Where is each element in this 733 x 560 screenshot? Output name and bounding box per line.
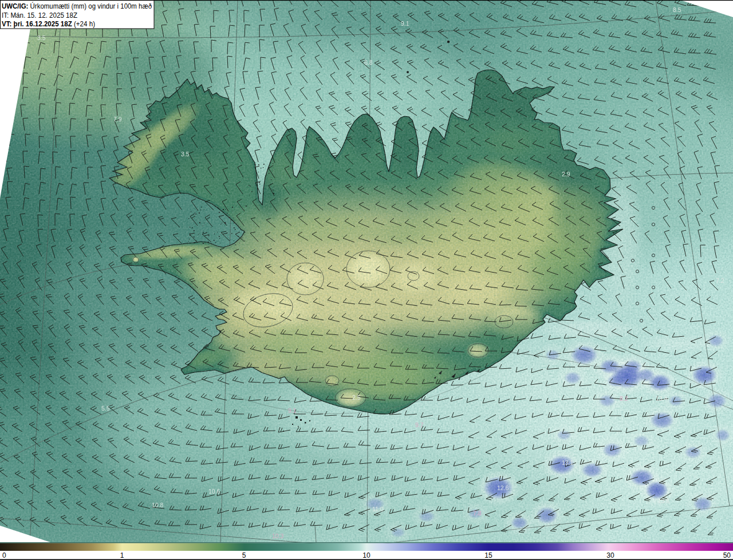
svg-text:UWC/IG: Úrkomumætti (mm) og vi: UWC/IG: Úrkomumætti (mm) og vindur i 100… [2, 2, 152, 10]
svg-text:10.6: 10.6 [208, 488, 220, 495]
svg-text:9.1: 9.1 [288, 407, 297, 414]
svg-text:10: 10 [362, 551, 371, 559]
svg-text:VT: þri. 16.12.2025 18Z (+24 h: VT: þri. 16.12.2025 18Z (+24 h) [2, 19, 95, 28]
svg-text:1: 1 [120, 551, 124, 559]
svg-text:5: 5 [242, 551, 246, 559]
svg-text:7.8: 7.8 [473, 510, 482, 516]
svg-text:10.3: 10.3 [272, 533, 284, 539]
svg-text:2.9: 2.9 [562, 171, 570, 178]
svg-text:2.5: 2.5 [352, 394, 361, 401]
svg-text:13.4: 13.4 [656, 395, 668, 402]
svg-text:10.8: 10.8 [152, 502, 164, 508]
svg-text:11.0: 11.0 [372, 506, 384, 512]
svg-text:8.2: 8.2 [620, 395, 628, 402]
svg-text:5.5: 5.5 [101, 405, 110, 412]
svg-text:50: 50 [723, 551, 731, 559]
svg-text:3.5: 3.5 [181, 151, 190, 157]
svg-text:0: 0 [2, 551, 6, 559]
svg-text:30: 30 [606, 551, 614, 559]
svg-text:6.8: 6.8 [364, 59, 373, 66]
svg-text:IT: Mán. 15. 12. 2025 18Z: IT: Mán. 15. 12. 2025 18Z [2, 11, 77, 19]
svg-text:9.7: 9.7 [415, 421, 424, 428]
svg-text:8.5: 8.5 [673, 6, 681, 13]
svg-text:7.9: 7.9 [113, 116, 122, 123]
svg-text:13.1: 13.1 [562, 459, 574, 466]
svg-text:13.6: 13.6 [658, 498, 670, 504]
svg-text:3.5: 3.5 [37, 34, 46, 41]
svg-text:9.1: 9.1 [401, 20, 409, 27]
svg-text:7.2: 7.2 [716, 277, 724, 284]
svg-text:12.6: 12.6 [497, 484, 509, 491]
svg-text:15: 15 [484, 551, 492, 559]
